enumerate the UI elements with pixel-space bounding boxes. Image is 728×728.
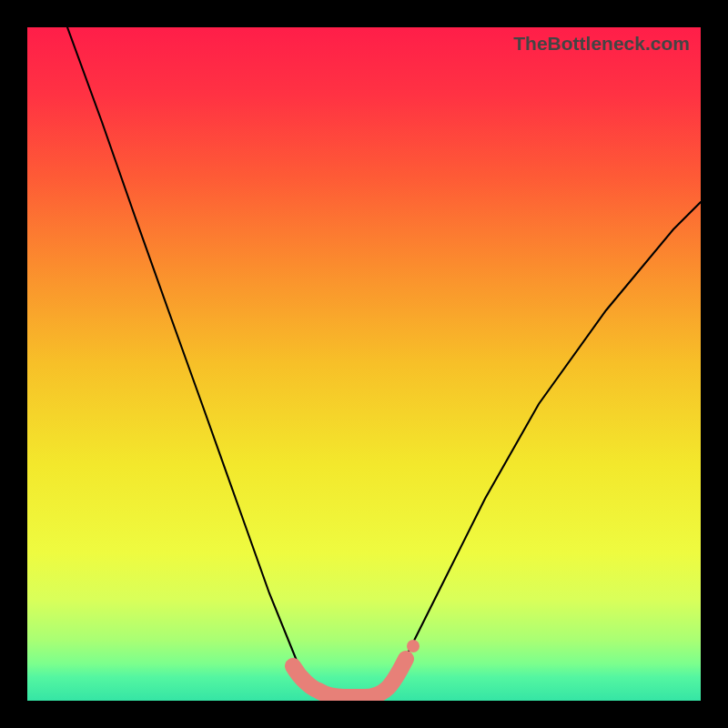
watermark-text: TheBottleneck.com	[513, 33, 690, 55]
bottleneck-chart	[27, 27, 701, 701]
gradient-background	[27, 27, 701, 701]
chart-frame: TheBottleneck.com	[27, 27, 701, 701]
highlight-dot	[407, 640, 420, 652]
